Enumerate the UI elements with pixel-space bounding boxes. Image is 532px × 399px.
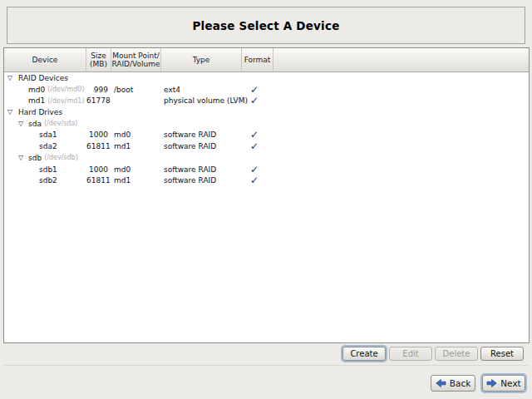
column-header-label: Device [32, 56, 58, 64]
device-cell: sdb1 [4, 164, 86, 175]
back-button-label: Back [450, 378, 471, 388]
device-cell: sda1 [4, 129, 86, 140]
table-row[interactable]: sda2 61811 md1 software RAID ✓ [4, 140, 529, 152]
device-name: sdb [28, 154, 42, 162]
format-checkmark-icon: ✓ [250, 140, 259, 152]
reset-button[interactable]: Reset [480, 347, 524, 361]
table-row[interactable]: sdb2 61811 md1 software RAID ✓ [4, 175, 529, 186]
column-header-filler [273, 48, 529, 71]
type-cell: software RAID [161, 131, 242, 139]
format-checkmark-icon: ✓ [250, 164, 259, 175]
device-cell: ▽ sdb (/dev/sdb) [4, 152, 86, 164]
device-path: (/dev/md1) [47, 97, 84, 105]
expander-icon[interactable]: ▽ [18, 118, 23, 130]
size-cell: 61778 [86, 96, 111, 105]
table-row[interactable]: ▽ sda (/dev/sda) [4, 118, 529, 130]
table-row[interactable]: sdb1 1000 md0 software RAID ✓ [4, 164, 529, 175]
table-body: ▽ RAID Devices md0 (/dev/md0) 999 /boot … [4, 72, 529, 342]
size-cell: 61811 [86, 176, 111, 185]
device-name: sdb1 [39, 165, 57, 174]
column-header-label: (MB) [90, 60, 107, 68]
device-name: md0 [28, 86, 45, 94]
column-header-mount[interactable]: Mount Point/RAID/Volume [111, 48, 161, 71]
create-button[interactable]: Create [342, 347, 386, 361]
page-title: Please Select A Device [193, 19, 340, 32]
edit-button[interactable]: Edit [389, 347, 432, 361]
back-button[interactable]: Back [431, 375, 475, 392]
format-cell[interactable]: ✓ [242, 140, 273, 152]
next-button[interactable]: Next [482, 375, 525, 392]
edit-button-label: Edit [402, 349, 418, 358]
format-cell[interactable]: ✓ [242, 84, 273, 96]
device-path: (/dev/sda) [44, 120, 78, 127]
device-name: sda2 [39, 142, 57, 150]
format-checkmark-icon: ✓ [250, 129, 259, 140]
device-cell: md0 (/dev/md0) [4, 84, 86, 96]
column-header-size[interactable]: Size(MB) [86, 48, 111, 71]
mount-cell: md1 [111, 176, 161, 185]
expander-icon[interactable]: ▽ [7, 72, 12, 84]
device-cell: sda2 [4, 140, 86, 152]
mount-cell: md0 [111, 131, 161, 139]
device-cell: ▽ Hard Drives [4, 106, 86, 118]
size-cell: 1000 [86, 131, 111, 139]
table-header: DeviceSize(MB)Mount Point/RAID/VolumeTyp… [4, 48, 529, 72]
device-name: sda [28, 120, 42, 128]
format-cell[interactable]: ✓ [242, 164, 273, 175]
device-name: sda1 [39, 131, 57, 139]
column-header-label: Format [244, 56, 271, 64]
next-button-label: Next [500, 378, 520, 388]
device-name: RAID Devices [18, 74, 68, 82]
device-name: Hard Drives [18, 108, 62, 116]
size-cell: 999 [86, 86, 111, 94]
delete-button-label: Delete [443, 349, 470, 358]
format-cell[interactable]: ✓ [242, 175, 273, 186]
table-row[interactable]: sda1 1000 md0 software RAID ✓ [4, 129, 529, 140]
column-header-label: Type [193, 56, 210, 64]
separator-line [4, 365, 528, 366]
device-cell: ▽ RAID Devices [4, 72, 86, 84]
device-path: (/dev/md0) [47, 86, 84, 93]
type-cell: software RAID [161, 165, 242, 174]
format-checkmark-icon: ✓ [250, 175, 259, 186]
column-header-label: Size [91, 52, 106, 60]
format-checkmark-icon: ✓ [250, 95, 259, 106]
size-cell: 61811 [86, 142, 111, 150]
column-header-type[interactable]: Type [161, 48, 242, 71]
device-name: sdb2 [39, 176, 57, 185]
device-cell: ▽ sda (/dev/sda) [4, 118, 86, 130]
type-cell: ext4 [161, 86, 242, 94]
reset-button-label: Reset [490, 349, 514, 358]
type-cell: physical volume (LVM) [161, 96, 242, 105]
column-header-format[interactable]: Format [242, 48, 273, 71]
column-header-device[interactable]: Device [4, 48, 86, 71]
table-row[interactable]: ▽ sdb (/dev/sdb) [4, 152, 529, 164]
device-cell: sdb2 [4, 175, 86, 186]
device-cell: md1 (/dev/md1) [4, 95, 86, 106]
table-row[interactable]: ▽ RAID Devices [4, 72, 529, 84]
mount-cell: md1 [111, 142, 161, 150]
device-table: DeviceSize(MB)Mount Point/RAID/VolumeTyp… [3, 47, 530, 343]
mount-cell: md0 [111, 165, 161, 174]
device-path: (/dev/sdb) [44, 154, 78, 161]
size-cell: 1000 [86, 165, 111, 174]
expander-icon[interactable]: ▽ [18, 152, 23, 164]
format-cell[interactable]: ✓ [242, 95, 273, 106]
format-cell[interactable]: ✓ [242, 129, 273, 140]
type-cell: software RAID [161, 142, 242, 150]
arrow-left-icon [436, 379, 446, 387]
table-row[interactable]: ▽ Hard Drives [4, 106, 529, 118]
create-button-label: Create [350, 349, 377, 358]
delete-button[interactable]: Delete [435, 347, 478, 361]
expander-icon[interactable]: ▽ [7, 106, 12, 118]
mount-cell: /boot [111, 86, 161, 94]
type-cell: software RAID [161, 176, 242, 185]
column-header-label: Mount Point/ [112, 52, 159, 60]
arrow-right-icon [486, 379, 497, 387]
table-row[interactable]: md1 (/dev/md1) 61778 physical volume (LV… [4, 95, 529, 106]
column-header-label: RAID/Volume [111, 60, 160, 68]
title-frame: Please Select A Device [7, 7, 525, 44]
table-row[interactable]: md0 (/dev/md0) 999 /boot ext4 ✓ [4, 84, 529, 96]
format-checkmark-icon: ✓ [250, 84, 259, 96]
device-name: md1 [28, 96, 45, 105]
